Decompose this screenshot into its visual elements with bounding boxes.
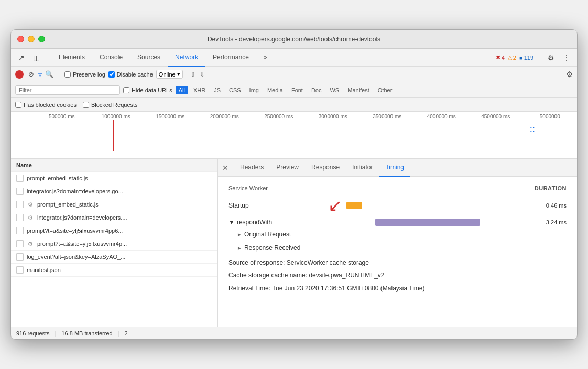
file-icon <box>16 227 24 234</box>
original-request-row: ► Original Request <box>228 229 567 240</box>
stop-button[interactable]: ⊘ <box>27 70 35 79</box>
tab-network[interactable]: Network <box>168 49 205 67</box>
window-title: DevTools - developers.google.com/web/too… <box>208 36 380 43</box>
message-icon: ■ <box>519 55 523 61</box>
close-button[interactable] <box>17 36 24 42</box>
filter-css[interactable]: CSS <box>226 86 244 94</box>
tab-response[interactable]: Response <box>305 159 346 177</box>
respond-with-label: ▼ respondWith <box>228 219 312 226</box>
filter-input[interactable] <box>15 85 120 95</box>
status-sep-2: | <box>118 330 119 337</box>
import-export: ⇧ ⇩ <box>190 71 205 78</box>
list-item[interactable]: ⚙ prompt?t=a&site=ylj5ifxusvvmr4p... <box>11 237 217 251</box>
file-icon <box>16 214 24 221</box>
list-item[interactable]: ⚙ prompt_embed_static.js <box>11 198 217 211</box>
filter-all[interactable]: All <box>176 86 188 94</box>
hide-data-urls-text: Hide data URLs <box>132 87 172 93</box>
list-item[interactable]: manifest.json <box>11 264 217 277</box>
hide-data-urls-checkbox[interactable] <box>123 87 129 93</box>
filter-doc[interactable]: Doc <box>308 86 325 94</box>
tab-performance[interactable]: Performance <box>205 49 256 67</box>
filter-icon[interactable]: ▿ <box>38 70 42 79</box>
file-name: integrator.js?domain=developers.... <box>37 214 212 221</box>
filter-other[interactable]: Other <box>375 86 396 94</box>
tl-label-5: 3000000 ms <box>306 114 361 120</box>
filter-js[interactable]: JS <box>211 86 224 94</box>
file-name: manifest.json <box>27 267 212 273</box>
original-request-item: ► Original Request <box>237 229 291 240</box>
error-icon: ✖ <box>496 54 500 61</box>
tree-arrow-icon[interactable]: ► <box>237 232 242 237</box>
service-worker-label: Service Worker <box>228 185 268 191</box>
blocked-requests-checkbox[interactable] <box>83 102 89 108</box>
extra-count: 2 <box>125 330 128 337</box>
cursor-icon[interactable]: ↗ <box>15 51 28 64</box>
name-column-header: Name <box>11 159 217 172</box>
tab-initiator[interactable]: Initiator <box>346 159 379 177</box>
preserve-log-checkbox[interactable] <box>64 71 71 78</box>
more-icon[interactable]: ⋮ <box>560 51 573 64</box>
toolbar-separator <box>47 53 47 62</box>
device-icon[interactable]: ◫ <box>30 51 42 64</box>
response-received-row: ► Response Received <box>228 243 567 253</box>
startup-bar <box>346 202 362 209</box>
timeline-chart: ∶∶ <box>35 120 577 151</box>
respond-with-row: ▼ respondWith 3.24 ms <box>228 219 567 226</box>
settings-gear-icon[interactable]: ⚙ <box>566 70 573 79</box>
filter-types: All XHR JS CSS Img Media Font Doc WS Man… <box>176 86 396 94</box>
list-item[interactable]: integrator.js?domain=developers.go... <box>11 185 217 198</box>
respond-with-bar <box>375 219 480 226</box>
upload-icon[interactable]: ⇧ <box>190 71 195 78</box>
response-received-item: ► Response Received <box>237 243 300 253</box>
toolbar-right: ✖ 4 △ 2 ■ 119 ⚙ ⋮ <box>496 51 573 64</box>
tree-arrow-2-icon[interactable]: ► <box>237 245 242 251</box>
tl-label-4: 2500000 ms <box>252 114 306 120</box>
blocked-requests-label[interactable]: Blocked Requests <box>83 102 138 108</box>
tab-more[interactable]: » <box>256 49 275 67</box>
filter-xhr[interactable]: XHR <box>190 86 209 94</box>
list-item[interactable]: prompt_embed_static.js <box>11 172 217 185</box>
blocked-cookies-label[interactable]: Has blocked cookies <box>15 102 77 108</box>
filter-media[interactable]: Media <box>264 86 286 94</box>
disable-cache-checkbox[interactable] <box>108 71 115 78</box>
main-toolbar: ↗ ◫ Elements Console Sources Network Per… <box>11 49 577 67</box>
filter-img[interactable]: Img <box>246 86 262 94</box>
preserve-log-text: Preserve log <box>73 71 105 78</box>
throttle-select[interactable]: Online ▾ <box>156 70 183 79</box>
close-panel-button[interactable]: ✕ <box>222 164 228 172</box>
hide-data-urls-label[interactable]: Hide data URLs <box>123 87 172 93</box>
tab-elements[interactable]: Elements <box>51 49 92 67</box>
tab-timing[interactable]: Timing <box>379 159 410 177</box>
file-name: integrator.js?domain=developers.go... <box>27 188 212 194</box>
disable-cache-label[interactable]: Disable cache <box>108 71 153 78</box>
timing-section-header: Service Worker DURATION <box>228 185 567 191</box>
blocked-cookies-checkbox[interactable] <box>15 102 21 108</box>
tl-label-2: 1500000 ms <box>143 114 198 120</box>
search-icon[interactable]: 🔍 <box>45 70 53 78</box>
tab-preview[interactable]: Preview <box>270 159 305 177</box>
filter-font[interactable]: Font <box>288 86 306 94</box>
tab-console[interactable]: Console <box>92 49 130 67</box>
blocked-row: Has blocked cookies Blocked Requests <box>11 98 577 112</box>
startup-value: 0.46 ms <box>540 202 567 209</box>
record-button[interactable] <box>15 70 24 79</box>
filter-ws[interactable]: WS <box>326 86 342 94</box>
devtools-window: DevTools - developers.google.com/web/too… <box>10 29 578 340</box>
download-icon[interactable]: ⇩ <box>200 71 205 78</box>
list-item[interactable]: log_event?alt=json&key=AlzaSyAO_... <box>11 251 217 264</box>
tab-headers[interactable]: Headers <box>234 159 270 177</box>
settings-icon[interactable]: ⚙ <box>545 51 557 64</box>
timing-content: Service Worker DURATION Startup ↙ 0.46 m… <box>218 177 577 327</box>
filter-manifest[interactable]: Manifest <box>344 86 373 94</box>
maximize-button[interactable] <box>38 36 45 42</box>
list-item[interactable]: prompt?t=a&site=ylj5ifxusvvmr4pp6... <box>11 224 217 237</box>
gear-icon: ⚙ <box>27 240 34 247</box>
preserve-log-label[interactable]: Preserve log <box>64 71 105 78</box>
list-item[interactable]: ⚙ integrator.js?domain=developers.... <box>11 211 217 224</box>
minimize-button[interactable] <box>28 36 35 42</box>
startup-bar-area: ↙ <box>312 196 535 215</box>
panel-tabs: ✕ Headers Preview Response Initiator Tim… <box>218 159 577 177</box>
tab-sources[interactable]: Sources <box>130 49 168 67</box>
duration-label: DURATION <box>535 185 567 191</box>
expand-icon[interactable]: ▼ <box>228 219 235 226</box>
